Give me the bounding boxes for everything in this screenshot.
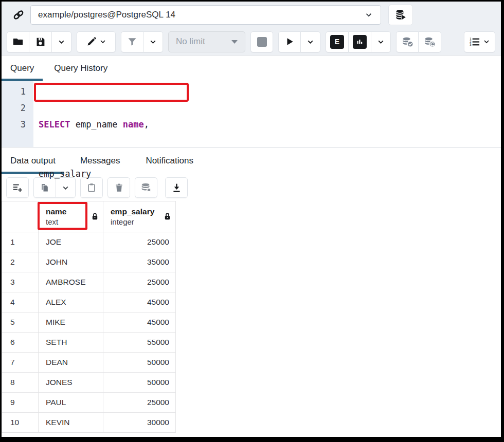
explain-icon: E [330,35,344,49]
row-number-cell[interactable]: 6 [2,333,39,353]
tab-query[interactable]: Query [2,56,43,81]
column-name-label: name [46,207,67,217]
salary-cell[interactable]: 25000 [103,232,176,252]
numbered-list-icon: 123 [469,36,480,48]
name-cell[interactable]: SETH [39,333,103,353]
tab-notifications-label: Notifications [146,156,193,166]
query-toolbar: No limit E [2,28,501,56]
name-cell[interactable]: JOE [39,232,103,252]
editor-tab-bar: Query Query History [2,56,501,81]
connection-links-icon [7,8,30,22]
sql-keyword: SELECT [39,119,70,130]
filter-button[interactable] [121,31,143,52]
folder-icon [12,36,24,47]
connection-label: example/postgres@PostgreSQL 14 [38,10,175,20]
sql-line-2: emp_salary [39,165,149,182]
table-row: 10 KEVIN 30000 [2,413,176,433]
connection-selector[interactable]: example/postgres@PostgreSQL 14 [30,5,381,25]
chevron-down-icon [306,38,315,46]
salary-cell[interactable]: 55000 [103,333,176,353]
select-all-corner[interactable] [2,201,39,232]
salary-cell[interactable]: 45000 [103,312,176,333]
macros-dropdown-button[interactable]: 123 [464,31,495,52]
table-row: 4 ALEX 45000 [2,292,176,312]
screenshot-frame: example/postgres@PostgreSQL 14 [0,0,504,442]
chevron-down-icon [149,38,157,46]
tab-query-history[interactable]: Query History [45,56,116,81]
column-type-label: text [46,217,67,227]
sql-editor[interactable]: 1 2 3 SELECT emp_name name, emp_salary F… [2,81,501,147]
name-cell[interactable]: JOHN [39,252,103,272]
sql-editor-content[interactable]: SELECT emp_name name, emp_salary FROM em… [33,81,149,147]
row-number-cell[interactable]: 2 [2,252,39,272]
save-file-button[interactable] [29,31,52,52]
chevron-down-icon [99,38,107,46]
row-number-cell[interactable]: 5 [2,312,39,333]
commit-button[interactable] [396,31,419,52]
table-row: 1 JOE 25000 [2,232,176,252]
new-connection-button[interactable] [388,5,413,25]
stop-icon [257,37,267,47]
table-row: 9 PAUL 25000 [2,393,176,413]
tab-query-label: Query [10,63,34,73]
line-number: 1 [2,83,26,100]
add-row-button[interactable] [6,177,29,198]
salary-cell[interactable]: 50000 [103,353,176,373]
lock-icon [91,212,99,221]
chevron-down-icon [364,10,373,20]
chevron-down-icon [376,38,385,46]
row-number-cell[interactable]: 3 [2,272,39,292]
name-cell[interactable]: ALEX [39,292,103,312]
column-header-name[interactable]: name text [39,201,103,232]
lock-icon [164,212,171,221]
table-row: 8 JONES 50000 [2,373,176,393]
name-cell[interactable]: MIKE [39,312,103,333]
row-number-cell[interactable]: 7 [2,353,39,373]
tab-query-history-label: Query History [54,63,107,73]
cancel-query-button[interactable] [250,31,273,52]
execute-button[interactable] [278,31,301,52]
data-output-grid: name text emp_salary intege [2,201,501,433]
explain-button[interactable]: E [326,31,349,52]
salary-cell[interactable]: 35000 [103,252,176,272]
name-cell[interactable]: KEVIN [39,413,103,433]
edit-dropdown-button[interactable] [77,31,116,52]
play-icon [284,36,295,47]
explain-analyze-button[interactable] [349,31,371,52]
rollback-button[interactable] [419,31,441,52]
line-number: 3 [2,116,26,133]
row-number-cell[interactable]: 1 [2,232,39,252]
row-number-cell[interactable]: 10 [2,413,39,433]
grid-header-row: name text emp_salary intege [2,201,176,232]
explain-options-dropdown[interactable] [371,31,391,52]
download-button[interactable] [165,177,188,198]
pgadmin-query-tool: example/postgres@PostgreSQL 14 [2,2,501,437]
download-icon [171,182,182,193]
row-number-cell[interactable]: 8 [2,373,39,393]
execute-options-dropdown[interactable] [301,31,320,52]
row-number-cell[interactable]: 4 [2,292,39,312]
salary-cell[interactable]: 30000 [103,413,176,433]
salary-cell[interactable]: 45000 [103,292,176,312]
salary-cell[interactable]: 50000 [103,373,176,393]
line-number: 2 [2,100,26,116]
name-cell[interactable]: AMBROSE [39,272,103,292]
name-cell[interactable]: PAUL [39,393,103,413]
open-file-button[interactable] [7,31,29,52]
row-limit-select[interactable]: No limit [168,31,245,52]
salary-cell[interactable]: 25000 [103,272,176,292]
svg-text:3: 3 [470,43,472,46]
filter-options-dropdown[interactable] [143,31,163,52]
name-cell[interactable]: JONES [39,373,103,393]
table-row: 5 MIKE 45000 [2,312,176,333]
name-cell[interactable]: DEAN [39,353,103,373]
salary-cell[interactable]: 25000 [103,393,176,413]
save-options-dropdown[interactable] [52,31,71,52]
sql-identifier: emp_name [70,119,122,130]
row-number-cell[interactable]: 9 [2,393,39,413]
table-row: 3 AMBROSE 25000 [2,272,176,292]
connection-bar: example/postgres@PostgreSQL 14 [2,2,501,28]
sql-punctuation: , [144,119,149,130]
column-header-emp-salary[interactable]: emp_salary integer [103,201,176,232]
chevron-down-icon [57,38,66,46]
